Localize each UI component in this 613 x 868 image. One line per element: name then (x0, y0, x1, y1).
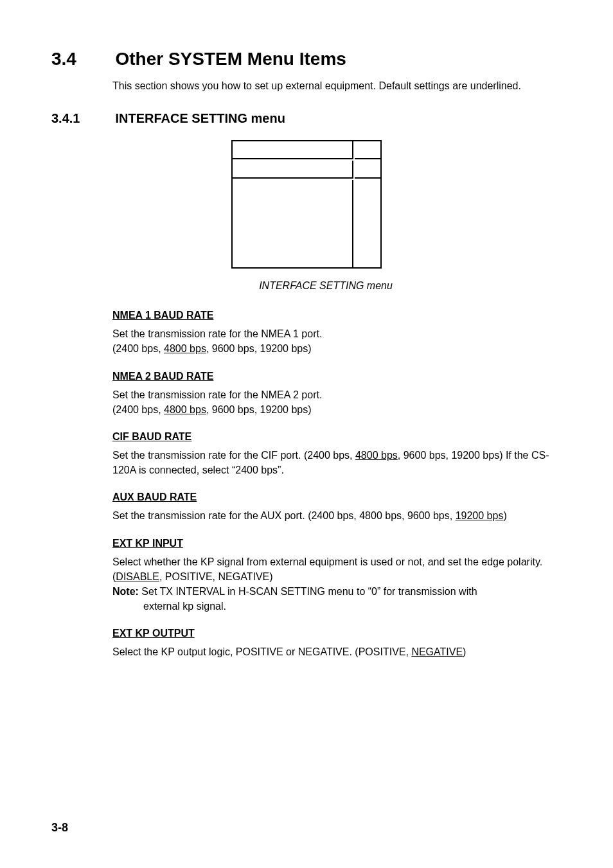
nmea1-body: Set the transmission rate for the NMEA 1… (112, 326, 562, 356)
figure-cell (233, 180, 353, 267)
kpout-prefix: Select the KP output logic, POSITIVE or … (112, 646, 411, 657)
nmea1-line1: Set the transmission rate for the NMEA 1… (112, 328, 322, 339)
subsection-heading-row: 3.4.1 INTERFACE SETTING menu (51, 111, 562, 126)
cif-prefix: Set the transmission rate for the CIF po… (112, 450, 355, 461)
kpout-suffix: ) (463, 646, 466, 657)
kpin-default: DISABLE (116, 571, 159, 582)
aux-default: 19200 bps (456, 510, 504, 521)
figure-cell (233, 161, 353, 179)
nmea2-default: 4800 bps (164, 404, 206, 415)
kpout-body: Select the KP output logic, POSITIVE or … (112, 644, 562, 659)
kpin-suffix: , POSITIVE, NEGATIVE) (159, 571, 273, 582)
kpout-header: EXT KP OUTPUT (112, 628, 562, 639)
cif-body: Set the transmission rate for the CIF po… (112, 448, 562, 477)
nmea2-body: Set the transmission rate for the NMEA 2… (112, 387, 562, 417)
kpin-note: Note: Set TX INTERVAL in H-SCAN SETTING … (112, 584, 562, 599)
kpin-note-label: Note: (112, 586, 139, 597)
kpout-default: NEGATIVE (411, 646, 463, 657)
kpin-note-cont: external kp signal. (112, 599, 562, 614)
kpin-body: Select whether the KP signal from extern… (112, 554, 562, 584)
nmea1-suffix: , 9600 bps, 19200 bps) (206, 343, 312, 354)
figure-cell (355, 161, 380, 179)
nmea2-line1: Set the transmission rate for the NMEA 2… (112, 389, 322, 400)
cif-default: 4800 bps (355, 450, 398, 461)
aux-body: Set the transmission rate for the AUX po… (112, 508, 562, 523)
cif-header: CIF BAUD RATE (112, 431, 562, 443)
nmea1-prefix: (2400 bps, (112, 343, 164, 354)
section-heading-row: 3.4 Other SYSTEM Menu Items (51, 49, 562, 69)
figure-cell (233, 141, 353, 159)
kpin-note-text: Set TX INTERVAL in H-SCAN SETTING menu t… (139, 586, 477, 597)
section-title: Other SYSTEM Menu Items (115, 49, 346, 69)
aux-header: AUX BAUD RATE (112, 492, 562, 503)
nmea1-default: 4800 bps (164, 343, 206, 354)
nmea2-suffix: , 9600 bps, 19200 bps) (206, 404, 312, 415)
page-number: 3-8 (51, 821, 68, 835)
aux-suffix: ) (503, 510, 506, 521)
nmea2-prefix: (2400 bps, (112, 404, 164, 415)
section-number: 3.4 (51, 49, 112, 69)
content-block: NMEA 1 BAUD RATE Set the transmission ra… (112, 310, 562, 659)
figure-cell (355, 141, 380, 159)
subsection-number: 3.4.1 (51, 111, 112, 126)
kpin-header: EXT KP INPUT (112, 538, 562, 549)
figure-caption: INTERFACE SETTING menu (90, 280, 562, 292)
figure-cell (355, 180, 380, 267)
subsection-title: INTERFACE SETTING menu (115, 111, 285, 126)
nmea1-header: NMEA 1 BAUD RATE (112, 310, 562, 321)
aux-prefix: Set the transmission rate for the AUX po… (112, 510, 456, 521)
interface-setting-menu-figure (231, 140, 382, 269)
nmea2-header: NMEA 2 BAUD RATE (112, 371, 562, 382)
figure-container: INTERFACE SETTING menu (51, 140, 562, 292)
section-intro: This section shows you how to set up ext… (112, 78, 562, 93)
